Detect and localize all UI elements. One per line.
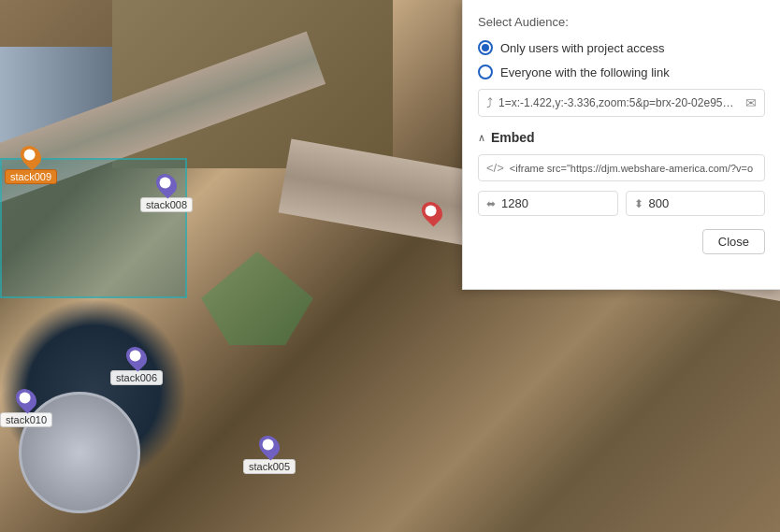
height-icon: ⬍ (634, 197, 643, 210)
embed-width-input[interactable]: ⬌ 1280 (478, 191, 618, 216)
embed-dimensions-row: ⬌ 1280 ⬍ 800 (478, 191, 765, 216)
embed-height-input[interactable]: ⬍ 800 (626, 191, 766, 216)
embed-section: ∧ Embed </> <iframe src="https://djm.web… (478, 130, 765, 216)
embed-code-text: <iframe src="https://djm.webshare-americ… (510, 163, 757, 174)
share-panel: Select Audience: Only users with project… (462, 0, 780, 290)
share-icon: ⤴ (486, 95, 493, 110)
select-audience-label: Select Audience: (478, 15, 765, 29)
embed-height-value: 800 (649, 196, 670, 210)
marker-stack-red[interactable] (423, 201, 441, 223)
audience-option-everyone[interactable]: Everyone with the following link (478, 65, 765, 79)
share-link-text: 1=x:-1.422,y:-3.336,zoom:5&p=brx-20-02e9… (498, 96, 740, 109)
width-icon: ⬌ (486, 197, 496, 210)
radio-project-access[interactable] (478, 40, 493, 55)
audience-everyone-label: Everyone with the following link (500, 65, 670, 79)
close-button[interactable]: Close (702, 229, 765, 254)
marker-stack009[interactable]: stack009 (5, 145, 57, 184)
marker-stack006[interactable]: stack006 (110, 346, 163, 385)
marker-stack008[interactable]: stack008 (140, 173, 193, 212)
embed-header[interactable]: ∧ Embed (478, 130, 765, 145)
embed-chevron-icon: ∧ (478, 132, 485, 144)
close-row: Close (478, 229, 765, 254)
radio-everyone[interactable] (478, 65, 493, 79)
embed-width-value: 1280 (501, 196, 528, 210)
link-row: ⤴ 1=x:-1.422,y:-3.336,zoom:5&p=brx-20-02… (478, 89, 765, 117)
audience-project-label: Only users with project access (500, 41, 665, 55)
code-icon: </> (486, 161, 504, 175)
email-icon[interactable]: ✉ (745, 95, 757, 110)
marker-stack005[interactable]: stack005 (243, 435, 296, 474)
audience-option-project[interactable]: Only users with project access (478, 40, 765, 55)
embed-title: Embed (491, 130, 535, 145)
embed-code-row: </> <iframe src="https://djm.webshare-am… (478, 154, 765, 181)
marker-stack010[interactable]: stack010 (0, 388, 52, 427)
radio-project-access-inner (482, 44, 489, 51)
